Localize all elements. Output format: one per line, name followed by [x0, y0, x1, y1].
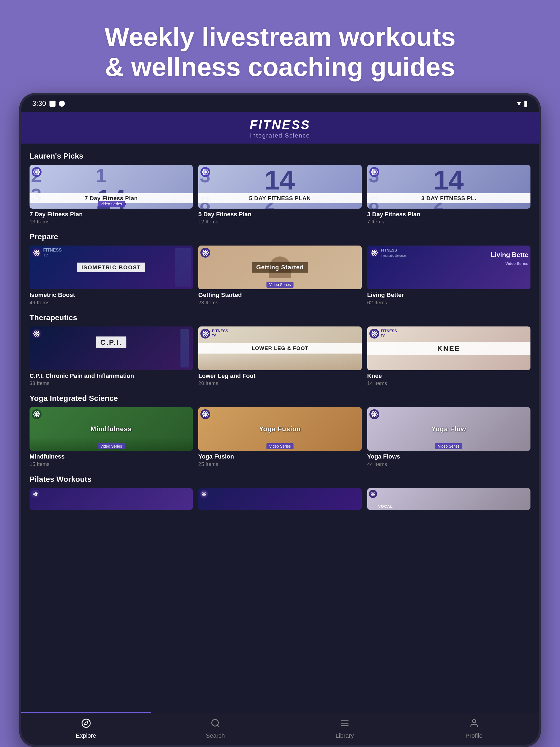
card-title-mindfulness: Mindfulness [29, 453, 193, 460]
card-title-living-better: Living Better [367, 291, 531, 299]
card-3day[interactable]: 314 82 3 DAY FITNESS PL. [367, 165, 531, 225]
thumb-logo-cpi [32, 329, 42, 338]
nav-item-library[interactable]: Library [280, 712, 409, 745]
svg-point-35 [374, 333, 375, 334]
card-items-isometric: 49 Items [29, 300, 193, 306]
card-thumb-lower-leg: FITNESSTV LOWER LEG & FOOT [198, 327, 361, 370]
thumb-logo-getting-started [200, 248, 210, 258]
card-knee[interactable]: FITNESSTV KNEE Knee 14 Items [367, 327, 531, 386]
card-title-getting-started: Getting Started [198, 291, 361, 299]
label-isometric: ISOMETRIC BOOST [77, 263, 146, 272]
search-icon [210, 718, 221, 730]
thumb-logo-3day [370, 167, 379, 177]
badge-7day: Video Series [98, 201, 125, 207]
thumb-pilates-3: VOCAL [367, 488, 531, 510]
svg-point-39 [36, 414, 37, 415]
badge-getting-started: Video Series [266, 282, 294, 288]
content-area[interactable]: Lauren's Picks 21 314 82 [21, 144, 539, 712]
card-items-knee: 14 Items [367, 380, 531, 386]
card-items-mindfulness: 15 Items [29, 461, 193, 467]
label-knee: KNEE [367, 342, 531, 355]
card-isometric[interactable]: FITNESSTV ISOMETRIC BOOST Isometric Boos… [29, 246, 193, 305]
status-left: 3:30 A ⊘ [32, 99, 65, 108]
section-title-yoga: Yoga Integrated Science [29, 394, 531, 403]
hero-section: Weekly livestream workouts& wellness coa… [0, 0, 560, 99]
thumb-logo-yoga-flows [370, 409, 379, 419]
svg-point-59 [373, 493, 373, 494]
card-cpi[interactable]: C.P.I. C.P.I. Chronic Pain and Inflammat… [29, 327, 193, 386]
thumb-pilates-2 [198, 488, 361, 510]
app-subtitle: Integrated Science [27, 132, 533, 139]
thumb-logo-living-better [370, 248, 379, 258]
nav-label-profile: Profile [465, 732, 482, 739]
svg-point-19 [205, 252, 206, 254]
card-title-7day: 7 Day Fitness Plan [29, 211, 193, 218]
thumb-logo-yoga-fusion [200, 409, 210, 419]
svg-point-65 [473, 720, 476, 723]
card-title-3day: 3 Day Fitness Plan [367, 211, 531, 218]
card-yoga-fusion[interactable]: Yoga Fusion Video Series Yoga Fusion 25 … [198, 407, 361, 467]
hero-title: Weekly livestream workouts& wellness coa… [27, 22, 533, 82]
indicator-circle: ⊘ [59, 101, 65, 107]
nav-label-search: Search [206, 732, 225, 739]
card-5day[interactable]: 314 82 5 DAY FITNESS PLAN [198, 165, 361, 225]
card-items-yoga-flows: 44 Items [367, 461, 531, 467]
thumb-logo-7day [32, 167, 42, 177]
nav-item-explore[interactable]: Explore [21, 712, 151, 745]
card-pilates-1[interactable] [29, 488, 193, 510]
svg-point-3 [36, 172, 37, 173]
card-7day[interactable]: 21 314 82 7 Day Fitness [29, 165, 193, 225]
status-bar: 3:30 A ⊘ ▾ ▮ [21, 95, 539, 112]
card-yoga-flows[interactable]: Yoga Flow Video Series Yoga Flows 44 Ite… [367, 407, 531, 467]
label-cpi: C.P.I. [96, 337, 127, 349]
label-mindfulness: Mindfulness [29, 423, 193, 435]
card-title-isometric: Isometric Boost [29, 291, 193, 299]
card-thumb-3day: 314 82 3 DAY FITNESS PL. [367, 165, 531, 209]
nav-item-search[interactable]: Search [151, 712, 280, 745]
card-title-knee: Knee [367, 372, 531, 380]
card-items-3day: 7 Items [367, 219, 531, 225]
svg-point-11 [374, 172, 375, 173]
card-title-yoga-flows: Yoga Flows [367, 453, 531, 460]
card-lower-leg[interactable]: FITNESSTV LOWER LEG & FOOT Lower Leg and… [198, 327, 361, 386]
card-title-lower-leg: Lower Leg and Foot [198, 372, 361, 380]
thumb-logo-knee [370, 329, 379, 338]
thumb-logo-pilates-2 [200, 490, 208, 498]
nav-item-profile[interactable]: Profile [409, 712, 539, 745]
thumb-pilates-1 [29, 488, 193, 510]
card-thumb-yoga-fusion: Yoga Fusion Video Series [198, 407, 361, 451]
svg-point-23 [374, 252, 375, 254]
card-mindfulness[interactable]: Mindfulness Video Series Mindfulness 15 … [29, 407, 193, 467]
menu-icon [340, 718, 350, 730]
nav-label-explore: Explore [76, 732, 96, 739]
person-icon [469, 718, 479, 730]
card-items-getting-started: 23 Items [198, 300, 361, 306]
bottom-nav: Explore Search Library [21, 712, 539, 745]
card-thumb-isometric: FITNESSTV ISOMETRIC BOOST [29, 246, 193, 289]
svg-point-60 [82, 719, 90, 727]
card-pilates-3[interactable]: VOCAL [367, 488, 531, 510]
label-yoga-flows: Yoga Flow [367, 423, 531, 435]
card-items-5day: 12 Items [198, 219, 361, 225]
card-pilates-2[interactable] [198, 488, 361, 510]
app-logo: FITNESS [27, 117, 533, 132]
thumb-logo-mindfulness [32, 409, 42, 419]
card-living-better[interactable]: FITNESSIntegrated Science Living BetteVi… [367, 246, 531, 305]
label-lower-leg: LOWER LEG & FOOT [198, 343, 361, 354]
pilates-row: VOCAL [29, 488, 531, 510]
card-items-lower-leg: 20 Items [198, 380, 361, 386]
app-header: FITNESS Integrated Science [21, 112, 539, 144]
card-thumb-cpi: C.P.I. [29, 327, 193, 370]
status-right: ▾ ▮ [517, 99, 528, 108]
card-items-7day: 13 Items [29, 219, 193, 225]
badge-yoga-fusion: Video Series [266, 443, 294, 449]
card-title-yoga-fusion: Yoga Fusion [198, 453, 361, 460]
compass-icon [81, 718, 91, 730]
svg-point-15 [36, 252, 37, 254]
section-title-therapeutics: Therapeutics [29, 313, 531, 322]
therapeutics-row: C.P.I. C.P.I. Chronic Pain and Inflammat… [29, 327, 531, 386]
nav-label-library: Library [335, 732, 354, 739]
card-getting-started[interactable]: Getting Started Video Series Getting Sta… [198, 246, 361, 305]
thumb-logo-isometric [32, 248, 42, 258]
yoga-row: Mindfulness Video Series Mindfulness 15 … [29, 407, 531, 467]
